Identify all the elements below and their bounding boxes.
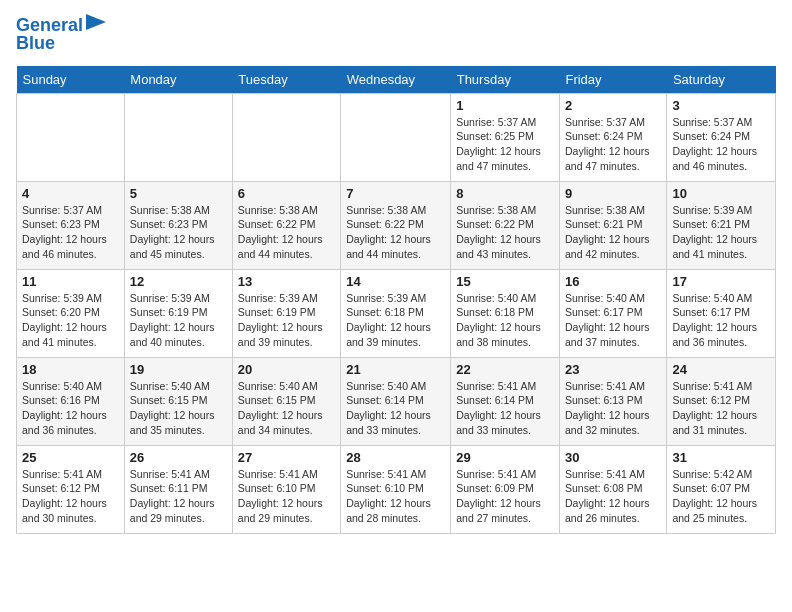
day-number: 10 (672, 186, 770, 201)
day-info: Sunrise: 5:37 AM Sunset: 6:23 PM Dayligh… (22, 203, 119, 262)
page-header: General Blue (16, 16, 776, 54)
day-number: 7 (346, 186, 445, 201)
calendar-cell: 28Sunrise: 5:41 AM Sunset: 6:10 PM Dayli… (341, 445, 451, 533)
calendar-week-2: 4Sunrise: 5:37 AM Sunset: 6:23 PM Daylig… (17, 181, 776, 269)
weekday-header-tuesday: Tuesday (232, 66, 340, 94)
day-number: 1 (456, 98, 554, 113)
day-info: Sunrise: 5:38 AM Sunset: 6:21 PM Dayligh… (565, 203, 661, 262)
calendar-cell: 14Sunrise: 5:39 AM Sunset: 6:18 PM Dayli… (341, 269, 451, 357)
calendar-cell: 26Sunrise: 5:41 AM Sunset: 6:11 PM Dayli… (124, 445, 232, 533)
calendar-cell: 10Sunrise: 5:39 AM Sunset: 6:21 PM Dayli… (667, 181, 776, 269)
day-info: Sunrise: 5:41 AM Sunset: 6:12 PM Dayligh… (672, 379, 770, 438)
day-info: Sunrise: 5:37 AM Sunset: 6:25 PM Dayligh… (456, 115, 554, 174)
calendar-cell: 12Sunrise: 5:39 AM Sunset: 6:19 PM Dayli… (124, 269, 232, 357)
day-info: Sunrise: 5:37 AM Sunset: 6:24 PM Dayligh… (565, 115, 661, 174)
calendar-cell: 31Sunrise: 5:42 AM Sunset: 6:07 PM Dayli… (667, 445, 776, 533)
day-number: 6 (238, 186, 335, 201)
weekday-header-friday: Friday (559, 66, 666, 94)
day-number: 8 (456, 186, 554, 201)
day-number: 30 (565, 450, 661, 465)
calendar-table: SundayMondayTuesdayWednesdayThursdayFrid… (16, 66, 776, 534)
day-number: 27 (238, 450, 335, 465)
day-info: Sunrise: 5:41 AM Sunset: 6:12 PM Dayligh… (22, 467, 119, 526)
day-number: 20 (238, 362, 335, 377)
calendar-cell: 16Sunrise: 5:40 AM Sunset: 6:17 PM Dayli… (559, 269, 666, 357)
day-number: 22 (456, 362, 554, 377)
svg-marker-0 (86, 14, 106, 30)
calendar-week-1: 1Sunrise: 5:37 AM Sunset: 6:25 PM Daylig… (17, 93, 776, 181)
day-number: 19 (130, 362, 227, 377)
logo-arrow-icon (86, 14, 106, 30)
day-info: Sunrise: 5:39 AM Sunset: 6:19 PM Dayligh… (130, 291, 227, 350)
day-info: Sunrise: 5:38 AM Sunset: 6:22 PM Dayligh… (456, 203, 554, 262)
day-number: 9 (565, 186, 661, 201)
day-number: 26 (130, 450, 227, 465)
calendar-cell: 19Sunrise: 5:40 AM Sunset: 6:15 PM Dayli… (124, 357, 232, 445)
day-info: Sunrise: 5:41 AM Sunset: 6:08 PM Dayligh… (565, 467, 661, 526)
day-info: Sunrise: 5:39 AM Sunset: 6:21 PM Dayligh… (672, 203, 770, 262)
day-info: Sunrise: 5:41 AM Sunset: 6:10 PM Dayligh… (346, 467, 445, 526)
day-number: 28 (346, 450, 445, 465)
logo-blue-text: Blue (16, 34, 55, 54)
calendar-cell: 6Sunrise: 5:38 AM Sunset: 6:22 PM Daylig… (232, 181, 340, 269)
day-info: Sunrise: 5:39 AM Sunset: 6:18 PM Dayligh… (346, 291, 445, 350)
calendar-cell (17, 93, 125, 181)
weekday-header-sunday: Sunday (17, 66, 125, 94)
day-info: Sunrise: 5:38 AM Sunset: 6:22 PM Dayligh… (238, 203, 335, 262)
calendar-cell: 1Sunrise: 5:37 AM Sunset: 6:25 PM Daylig… (451, 93, 560, 181)
day-number: 21 (346, 362, 445, 377)
day-number: 17 (672, 274, 770, 289)
calendar-cell: 30Sunrise: 5:41 AM Sunset: 6:08 PM Dayli… (559, 445, 666, 533)
calendar-cell: 15Sunrise: 5:40 AM Sunset: 6:18 PM Dayli… (451, 269, 560, 357)
weekday-header-monday: Monday (124, 66, 232, 94)
calendar-week-5: 25Sunrise: 5:41 AM Sunset: 6:12 PM Dayli… (17, 445, 776, 533)
day-number: 3 (672, 98, 770, 113)
calendar-cell: 4Sunrise: 5:37 AM Sunset: 6:23 PM Daylig… (17, 181, 125, 269)
calendar-cell: 5Sunrise: 5:38 AM Sunset: 6:23 PM Daylig… (124, 181, 232, 269)
calendar-week-4: 18Sunrise: 5:40 AM Sunset: 6:16 PM Dayli… (17, 357, 776, 445)
calendar-cell: 8Sunrise: 5:38 AM Sunset: 6:22 PM Daylig… (451, 181, 560, 269)
calendar-body: 1Sunrise: 5:37 AM Sunset: 6:25 PM Daylig… (17, 93, 776, 533)
day-info: Sunrise: 5:42 AM Sunset: 6:07 PM Dayligh… (672, 467, 770, 526)
day-info: Sunrise: 5:41 AM Sunset: 6:10 PM Dayligh… (238, 467, 335, 526)
day-info: Sunrise: 5:40 AM Sunset: 6:17 PM Dayligh… (672, 291, 770, 350)
day-number: 25 (22, 450, 119, 465)
calendar-cell (341, 93, 451, 181)
calendar-cell: 22Sunrise: 5:41 AM Sunset: 6:14 PM Dayli… (451, 357, 560, 445)
day-info: Sunrise: 5:37 AM Sunset: 6:24 PM Dayligh… (672, 115, 770, 174)
day-info: Sunrise: 5:40 AM Sunset: 6:17 PM Dayligh… (565, 291, 661, 350)
day-info: Sunrise: 5:40 AM Sunset: 6:18 PM Dayligh… (456, 291, 554, 350)
day-info: Sunrise: 5:41 AM Sunset: 6:14 PM Dayligh… (456, 379, 554, 438)
weekday-header-wednesday: Wednesday (341, 66, 451, 94)
calendar-cell (124, 93, 232, 181)
calendar-cell: 9Sunrise: 5:38 AM Sunset: 6:21 PM Daylig… (559, 181, 666, 269)
day-info: Sunrise: 5:40 AM Sunset: 6:15 PM Dayligh… (130, 379, 227, 438)
day-info: Sunrise: 5:40 AM Sunset: 6:16 PM Dayligh… (22, 379, 119, 438)
calendar-cell: 24Sunrise: 5:41 AM Sunset: 6:12 PM Dayli… (667, 357, 776, 445)
day-info: Sunrise: 5:38 AM Sunset: 6:23 PM Dayligh… (130, 203, 227, 262)
logo: General Blue (16, 16, 106, 54)
calendar-cell: 21Sunrise: 5:40 AM Sunset: 6:14 PM Dayli… (341, 357, 451, 445)
calendar-cell: 13Sunrise: 5:39 AM Sunset: 6:19 PM Dayli… (232, 269, 340, 357)
day-info: Sunrise: 5:41 AM Sunset: 6:11 PM Dayligh… (130, 467, 227, 526)
day-number: 15 (456, 274, 554, 289)
day-number: 5 (130, 186, 227, 201)
calendar-cell: 29Sunrise: 5:41 AM Sunset: 6:09 PM Dayli… (451, 445, 560, 533)
day-number: 24 (672, 362, 770, 377)
day-number: 18 (22, 362, 119, 377)
day-info: Sunrise: 5:40 AM Sunset: 6:15 PM Dayligh… (238, 379, 335, 438)
calendar-cell: 25Sunrise: 5:41 AM Sunset: 6:12 PM Dayli… (17, 445, 125, 533)
day-number: 29 (456, 450, 554, 465)
calendar-cell: 23Sunrise: 5:41 AM Sunset: 6:13 PM Dayli… (559, 357, 666, 445)
day-number: 31 (672, 450, 770, 465)
calendar-week-3: 11Sunrise: 5:39 AM Sunset: 6:20 PM Dayli… (17, 269, 776, 357)
calendar-cell: 11Sunrise: 5:39 AM Sunset: 6:20 PM Dayli… (17, 269, 125, 357)
calendar-cell (232, 93, 340, 181)
day-info: Sunrise: 5:41 AM Sunset: 6:13 PM Dayligh… (565, 379, 661, 438)
calendar-cell: 18Sunrise: 5:40 AM Sunset: 6:16 PM Dayli… (17, 357, 125, 445)
day-number: 2 (565, 98, 661, 113)
day-info: Sunrise: 5:39 AM Sunset: 6:19 PM Dayligh… (238, 291, 335, 350)
calendar-header: SundayMondayTuesdayWednesdayThursdayFrid… (17, 66, 776, 94)
weekday-header-thursday: Thursday (451, 66, 560, 94)
weekday-header-saturday: Saturday (667, 66, 776, 94)
